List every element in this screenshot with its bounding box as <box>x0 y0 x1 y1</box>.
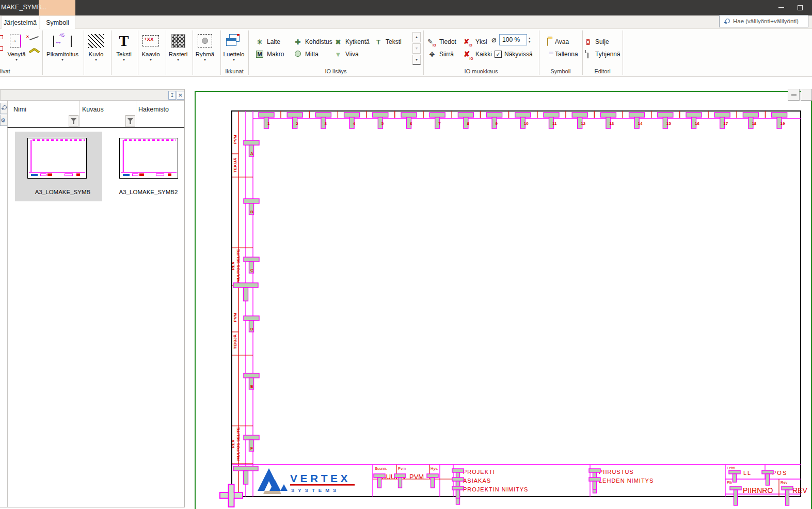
device-icon: ✳ <box>255 38 264 46</box>
io-connector[interactable]: 3 <box>315 113 331 129</box>
symbol-thumbnail[interactable] <box>119 138 178 179</box>
pikamitoitus-button[interactable]: 45↔ Pikamitoitus ▾ <box>44 31 81 68</box>
tiedot-button[interactable]: ✎IOTiedot <box>427 36 456 47</box>
viiva-button[interactable]: ▼Viiva <box>333 49 359 60</box>
io-connector[interactable]: 4 <box>344 113 360 129</box>
null-diameter-icon[interactable]: ⌀ <box>491 35 496 44</box>
io-connector[interactable]: 12 <box>572 113 587 129</box>
ribbon-row-down-button[interactable]: ▾ <box>412 43 421 54</box>
column-header-nimi[interactable]: Nimi <box>13 106 26 113</box>
io-connector[interactable]: 2 <box>287 113 302 129</box>
io-connector[interactable] <box>762 470 773 485</box>
nakyvissa-checkbox[interactable]: ✓Näkyvissä <box>495 49 533 60</box>
tab-symboli[interactable]: Symboli <box>40 15 75 29</box>
strip-label-rev: REV <box>231 261 235 270</box>
io-connector-label: D <box>250 327 253 331</box>
field-rev: REV <box>792 486 807 495</box>
io-connector[interactable] <box>730 486 741 505</box>
io-connector[interactable]: 5 <box>373 113 388 129</box>
zoom-up-button[interactable]: ▴ <box>529 36 531 40</box>
raster-icon <box>171 34 185 48</box>
luettelo-button[interactable]: Luettelo ▾ <box>219 31 248 68</box>
io-connector-label: 3 <box>324 121 327 126</box>
io-connector[interactable]: 1 <box>259 113 274 129</box>
io-connector[interactable] <box>394 474 406 488</box>
filter-kuvaus-button[interactable] <box>125 115 135 127</box>
zoom-down-button[interactable]: ▾ <box>529 40 531 43</box>
io-connector[interactable]: 16 <box>686 113 702 129</box>
io-connector[interactable] <box>374 474 385 488</box>
symbol-thumbnail[interactable] <box>27 138 87 179</box>
io-connector[interactable]: 13 <box>600 113 616 129</box>
io-connector[interactable]: 9 <box>487 113 502 129</box>
panel-border[interactable] <box>184 89 185 507</box>
kaikki-button[interactable]: ✘IOKaikki <box>464 49 492 60</box>
search-box[interactable] <box>719 15 808 27</box>
kytkenta-button[interactable]: ✖Kytkentä <box>333 36 370 47</box>
yksi-button[interactable]: ✘IOYksi <box>464 36 487 47</box>
teksti-io-button[interactable]: TTeksti <box>374 36 402 47</box>
io-connector[interactable] <box>427 474 438 488</box>
symbol-name[interactable]: A3_LOMAKE_SYMB <box>23 189 102 195</box>
io-connector[interactable]: 8 <box>458 113 473 129</box>
group-label-symboli: Symboli <box>539 68 582 74</box>
panel-close-button[interactable]: ✕ <box>177 91 184 100</box>
sulje-button[interactable]: ✕Sulje <box>583 36 609 47</box>
io-connector[interactable]: 14 <box>629 113 645 129</box>
vertex-logo: VERTEX SYSTEMS <box>258 468 355 494</box>
io-connector[interactable]: 6 <box>401 113 417 129</box>
column-header-kuvaus[interactable]: Kuvaus <box>82 106 104 113</box>
windows-list-icon <box>226 34 242 47</box>
minimize-button[interactable] <box>772 0 790 15</box>
canvas-restore-button[interactable] <box>801 89 812 101</box>
symbol-name[interactable]: A3_LOMAKE_SYMB2 <box>109 189 188 195</box>
tyhjenna-button[interactable]: Tyhjennä <box>583 49 620 60</box>
chevron-down-icon: ▾ <box>95 58 97 61</box>
pin-icon: ↧ <box>170 92 174 98</box>
mitta-button[interactable]: Mitta <box>293 49 319 60</box>
ryhma-button[interactable]: Ryhmä ▾ <box>192 31 218 68</box>
rasteri-button[interactable]: Rasteri ▾ <box>165 31 192 68</box>
io-connector[interactable]: 19 <box>772 113 787 129</box>
symbol-panel-titlebar[interactable]: ↧ ✕ <box>0 89 185 101</box>
io-connector[interactable]: 7 <box>429 113 445 129</box>
makro-button[interactable]: MMakro <box>255 49 284 60</box>
canvas-minimize-button[interactable] <box>788 89 800 101</box>
io-connector[interactable]: 10 <box>515 113 531 129</box>
pin-button[interactable]: ↧ <box>168 91 176 100</box>
panel-settings-button[interactable]: ⚙ <box>0 115 8 126</box>
kohdistus-button[interactable]: ✚Kohdistus <box>293 36 332 47</box>
siirra-button[interactable]: ✥Siirrä <box>427 49 454 60</box>
io-connector[interactable] <box>233 466 258 484</box>
laite-button[interactable]: ✳Laite <box>255 36 280 47</box>
io-connector[interactable] <box>233 283 258 301</box>
kuvio-button[interactable]: Kuvio ▾ <box>83 31 109 68</box>
ribbon-row-up-button[interactable]: ▴ <box>412 32 421 42</box>
maximize-button[interactable] <box>791 0 809 15</box>
tab-jarjestelma[interactable]: Järjestelmä <box>1 15 39 29</box>
group-label-viivat: iivat <box>0 68 21 74</box>
panel-search-button[interactable] <box>0 103 8 114</box>
search-input[interactable] <box>733 18 812 24</box>
ribbon-expand-button[interactable]: ▾ <box>412 55 421 65</box>
chevron-down-icon: ▾ <box>61 58 63 61</box>
filter-nimi-button[interactable] <box>69 115 78 127</box>
zoom-value-field[interactable]: 100 % <box>499 34 527 45</box>
kaavio-button[interactable]: +XX Kaavio ▾ <box>137 31 164 68</box>
origin-cross[interactable] <box>220 484 243 507</box>
teksti-button[interactable]: T Teksti ▾ <box>110 31 137 68</box>
io-connector[interactable]: 18 <box>743 113 758 129</box>
io-connector[interactable]: 17 <box>714 113 730 129</box>
column-header-hakemisto[interactable]: Hakemisto <box>138 106 169 113</box>
form-border <box>232 111 801 497</box>
io-connector[interactable]: 11 <box>544 113 559 129</box>
row-selector-gutter[interactable] <box>15 132 23 201</box>
avaa-button[interactable]: Avaa <box>543 36 569 47</box>
filter-icon <box>128 118 133 124</box>
io-connector[interactable] <box>782 486 793 505</box>
symbol-table-header: Nimi Kuvaus Hakemisto <box>7 101 185 128</box>
tallenna-button[interactable]: Tallenna <box>543 49 578 60</box>
logo-subtitle: SYSTEMS <box>291 487 340 493</box>
io-connector[interactable]: 15 <box>658 113 673 129</box>
form-drawing[interactable]: PVM TEKIJÄ REV MUUTOS SELITE PVM TEKIJÄ … <box>187 88 812 509</box>
